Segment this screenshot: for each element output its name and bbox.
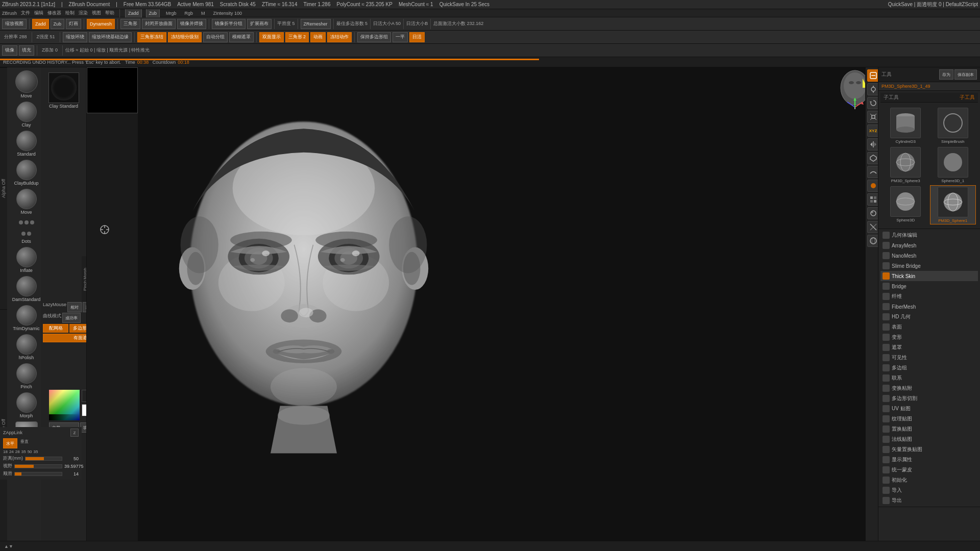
save-copy-btn[interactable]: 保存副本 xyxy=(954,69,977,80)
rp-geometry-item[interactable]: 几何体编辑 xyxy=(880,230,978,240)
menu-edit[interactable]: 编辑 xyxy=(34,10,43,16)
brush-move[interactable]: Move xyxy=(8,69,45,99)
rp-fiber-item[interactable]: 纤维 xyxy=(880,291,978,302)
rp-export-item[interactable]: 导出 xyxy=(880,495,978,506)
menu-render[interactable]: 渲染 xyxy=(79,10,88,16)
brush-standard[interactable]: Standard xyxy=(8,130,45,158)
brush-clay[interactable]: Clay xyxy=(8,101,45,129)
rp-texture-item[interactable]: 纹理贴图 xyxy=(880,414,978,424)
scale-ring-btn[interactable]: 缩放环绕 xyxy=(63,32,87,42)
keep-poly[interactable]: 保持多边形组 xyxy=(357,32,391,42)
save-tool-btn[interactable]: 存为 xyxy=(939,69,953,80)
one-flat[interactable]: 一平 xyxy=(393,32,408,42)
tool-matcap-btn[interactable] xyxy=(867,207,879,219)
triangle-btn[interactable]: 三角形 xyxy=(120,19,140,29)
tool-texture-btn[interactable] xyxy=(867,193,879,206)
triangle-freeze[interactable]: 三角形冻结 xyxy=(137,32,166,42)
tool-mask-btn[interactable] xyxy=(867,69,879,82)
color-gradient-box[interactable] xyxy=(49,390,80,420)
rp-fibermesh-item[interactable]: FiberMesh xyxy=(880,302,978,312)
clay-standard-brush[interactable]: Clay Standard xyxy=(45,71,82,110)
bg-color-swatch[interactable] xyxy=(82,390,87,402)
menu-help[interactable]: 帮助 xyxy=(105,10,114,16)
animation[interactable]: 动画 xyxy=(310,32,326,42)
fov-slider[interactable] xyxy=(14,464,62,468)
tool-grid-btn[interactable] xyxy=(867,221,879,233)
lazymouse-smooth[interactable]: 顺滑方向 xyxy=(83,302,87,312)
rp-transform-item[interactable]: 变换粘附 xyxy=(880,383,978,393)
rp-polygroup-item[interactable]: 多边组 xyxy=(880,363,978,373)
rp-slimebridge-item[interactable]: Slime Bridge xyxy=(880,261,978,271)
expand-canvas[interactable]: 扩展画布 xyxy=(247,19,272,29)
tool-move-btn[interactable] xyxy=(867,83,879,95)
close-surface-btn[interactable]: 封闭开放曲面 xyxy=(142,19,176,29)
lazymouse-relative[interactable]: 相对 xyxy=(67,302,82,312)
tb-collapse[interactable]: 缩放视图 xyxy=(2,19,27,29)
scale-ring-base[interactable]: 缩放环绕基础边缘 xyxy=(89,32,132,42)
subtool-sphere3d1[interactable]: Sphere3D_1 xyxy=(930,146,976,184)
zapplink-horizontal[interactable]: 水平 xyxy=(3,438,17,448)
brush-damstandard[interactable]: DamStandard xyxy=(8,275,45,303)
alpha-off-label[interactable]: Alpha Off xyxy=(0,67,7,309)
brush-trimdynamic[interactable]: TrimDynamic xyxy=(8,304,45,332)
rp-vector-item[interactable]: 矢量置换贴图 xyxy=(880,444,978,455)
rp-visibility-item[interactable]: 可见性 xyxy=(880,353,978,363)
tool-mirror-btn[interactable] xyxy=(867,138,879,151)
match-mesh-btn[interactable]: 配网格 xyxy=(43,324,68,333)
brush-move2[interactable]: Move xyxy=(8,188,45,216)
rp-thickskin-item[interactable]: Thick Skin xyxy=(880,271,978,281)
menu-file[interactable]: 文件 xyxy=(21,10,30,16)
tool-color-btn[interactable] xyxy=(867,180,879,192)
rp-polycut-item[interactable]: 多边形切割 xyxy=(880,393,978,404)
rp-arraymesh-item[interactable]: ArrayMesh xyxy=(880,240,978,251)
zapplink-icon[interactable]: Z xyxy=(70,429,79,437)
brush-pinch[interactable]: Pinch xyxy=(8,362,45,390)
active-btn[interactable]: 日活 xyxy=(409,32,425,42)
zadd-toolbar[interactable]: Zadd xyxy=(32,19,49,29)
rp-unified-item[interactable]: 统一蒙皮 xyxy=(880,465,978,475)
subtool-sphere3d[interactable]: Sphere3D xyxy=(883,185,929,224)
rp-mask-item[interactable]: 遮罩 xyxy=(880,342,978,353)
rp-uv-item[interactable]: UV 贴图 xyxy=(880,404,978,414)
fill-btn[interactable]: 填充 xyxy=(19,45,34,56)
blur-mask[interactable]: 模糊遮罩 xyxy=(229,32,254,42)
brush-hpolish[interactable]: hPolish xyxy=(8,333,45,361)
tool-sphere-btn[interactable] xyxy=(867,235,879,247)
tool-rotate-btn[interactable] xyxy=(867,97,879,109)
polygroup-btn[interactable]: 多边形组 xyxy=(69,324,87,333)
rp-displacement-item[interactable]: 置换贴图 xyxy=(880,424,978,434)
double-sided[interactable]: 双面显示 xyxy=(259,32,284,42)
tool-xyz-btn[interactable]: XYZ xyxy=(867,124,879,137)
rp-display-item[interactable]: 显示属性 xyxy=(880,455,978,465)
subtool-simplebrush[interactable]: SimpleBrush xyxy=(930,107,976,145)
menu-zbrush[interactable]: ZBrush xyxy=(2,11,17,16)
subtool-pm3dsphere3[interactable]: PM3D_Sphere3 xyxy=(883,146,929,184)
rp-contact-item[interactable]: 联系 xyxy=(880,373,978,383)
subtool-pm3dsphere1[interactable]: PM3D_Sphere1 xyxy=(930,185,976,224)
brush-claybuildup[interactable]: ClayBuildup xyxy=(8,159,45,187)
tool-polyedit-btn[interactable] xyxy=(867,152,879,164)
subdivide-btn[interactable]: 镜像折半分组 xyxy=(212,19,246,29)
smooth-slider[interactable] xyxy=(14,472,62,476)
dynamesh-btn[interactable]: Dynamesh xyxy=(87,19,115,29)
rp-init-item[interactable]: 初始化 xyxy=(880,475,978,485)
freeze-attr[interactable]: 冻结动作 xyxy=(327,32,352,42)
remesher-btn[interactable]: ZRemesher xyxy=(301,19,331,29)
zadd-btn[interactable]: Zadd xyxy=(125,8,142,18)
menu-paint[interactable]: 绘制 xyxy=(65,10,75,16)
menu-modifier[interactable]: 修改器 xyxy=(47,10,61,16)
subtool-cylindre[interactable]: CylindreD3 xyxy=(883,107,929,145)
tool-smooth-btn[interactable] xyxy=(867,166,879,178)
rp-deform-item[interactable]: 变形 xyxy=(880,332,978,342)
menu-document[interactable]: ZBrush Document xyxy=(69,2,110,7)
mirror-weld-btn[interactable]: 镜像并焊接 xyxy=(177,19,206,29)
brush-inflate[interactable]: Inflate xyxy=(8,246,45,274)
zub-toolbar[interactable]: Zub xyxy=(51,19,65,29)
mm-slider[interactable] xyxy=(25,457,62,461)
main-viewport[interactable] xyxy=(138,67,878,541)
rp-bridge-item[interactable]: Bridge xyxy=(880,281,978,291)
triangle-keep[interactable]: 冻结细分级别 xyxy=(168,32,202,42)
brush-morph[interactable]: Morph xyxy=(8,391,45,419)
subdivide-btn2[interactable]: 有面遮罩 xyxy=(43,334,87,342)
mirror-btn[interactable]: 镜像 xyxy=(2,45,17,56)
